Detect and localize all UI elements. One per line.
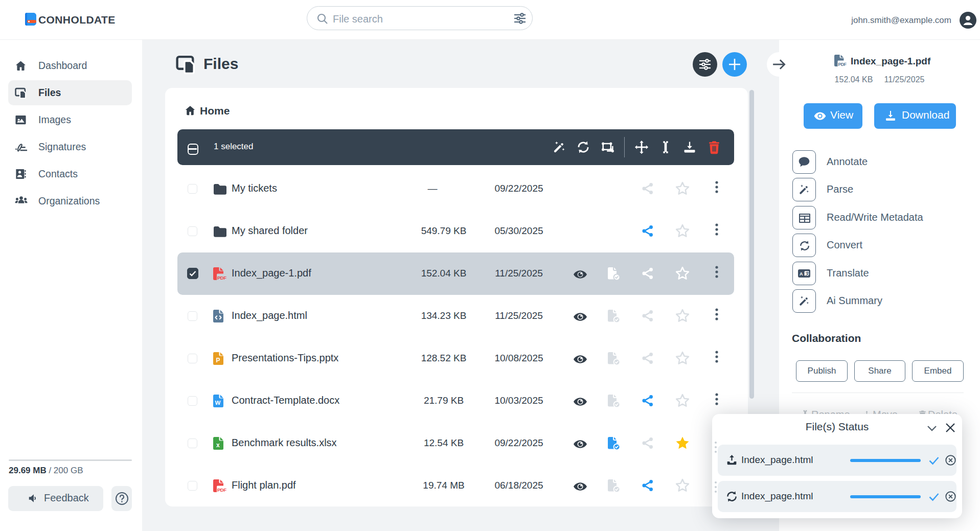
svg-text:W: W	[215, 400, 221, 406]
svg-text:A: A	[800, 271, 803, 276]
svg-text:P: P	[216, 357, 220, 364]
svg-text:PDF: PDF	[217, 275, 226, 280]
svg-text:PDF: PDF	[217, 487, 226, 492]
svg-text:x: x	[216, 442, 220, 449]
svg-text:文: 文	[805, 271, 810, 276]
svg-text:PDF: PDF	[838, 62, 847, 67]
